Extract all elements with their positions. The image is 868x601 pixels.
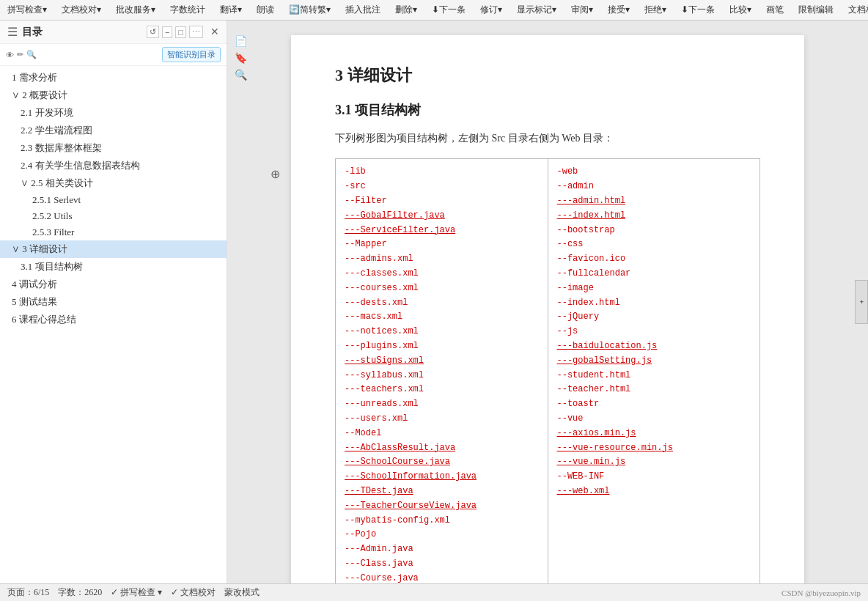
code-tree-left: -lib-src--Filter---GobalFilter.java---Se…: [336, 159, 548, 583]
code-right-line: ---gobalSetting.js: [557, 354, 751, 369]
statusbar-doc-check[interactable]: ✓ 文档校对: [171, 586, 216, 599]
code-right-line: -web: [557, 165, 751, 180]
code-left-line: --Model: [345, 427, 539, 441]
toolbar-show-mark[interactable]: 显示标记▾: [514, 2, 559, 18]
menu-icon: ☰: [7, 25, 18, 39]
toc-item-toc-1[interactable]: 1 需求分析: [0, 69, 227, 86]
toc-item-toc-2-4[interactable]: 2.4 有关学生信息数据表结构: [0, 157, 227, 174]
toc-item-toc-5[interactable]: 5 测试结果: [0, 293, 227, 311]
code-left-line: ---dests.xml: [345, 296, 539, 311]
toolbar-reject[interactable]: 拒绝▾: [641, 2, 669, 18]
ai-recognize-btn[interactable]: 智能识别目录: [162, 47, 221, 62]
toolbar-accept[interactable]: 接受▾: [605, 2, 633, 18]
sidebar-view-icon: 👁: [6, 51, 14, 59]
move-handle[interactable]: ⊕: [271, 167, 280, 181]
code-left-line: -lib: [345, 165, 539, 180]
toc-item-toc-3-1[interactable]: 3.1 项目结构树: [0, 258, 227, 276]
doc-intro: 下列树形图为项目结构树，左侧为 Src 目录右侧为 Web 目录：: [335, 130, 760, 147]
toc-item-toc-4[interactable]: 4 调试分析: [0, 276, 227, 293]
code-right-line: --admin: [557, 180, 751, 194]
code-left-line: ---Course.java: [345, 572, 539, 583]
toc-more-btn[interactable]: ⋯: [189, 26, 203, 38]
code-left-line: --Pojo: [345, 528, 539, 542]
code-right-line: ---baidulocation.js: [557, 339, 751, 354]
code-left-line: --mybatis-config.xml: [345, 514, 539, 528]
toolbar-revision[interactable]: 修订▾: [477, 2, 505, 18]
code-left-line: -src: [345, 180, 539, 194]
code-right-line: ---admin.html: [557, 194, 751, 209]
toolbar-doc-check[interactable]: 文档校对▾: [59, 2, 104, 18]
code-right-line: --jQuery: [557, 310, 751, 325]
toc-item-toc-3[interactable]: ∨ 3 详细设计: [0, 240, 227, 258]
document-area[interactable]: 📄 🔖 🔍 ⊕ 3 详细设计 3.1 项目结构树 下列树形图为项目结构树，左侧为…: [227, 21, 868, 583]
statusbar: 页面：6/15 字数：2620 ✓ 拼写检查 ▾ ✓ 文档校对 蒙改模式 CSD…: [0, 583, 868, 601]
toc-item-toc-2-5-3[interactable]: 2.5.3 Filter: [0, 224, 227, 240]
toolbar-read-aloud[interactable]: 朗读: [254, 2, 277, 18]
toolbar-word-count[interactable]: 字数统计: [167, 2, 208, 18]
side-scroll-buttons: +: [855, 280, 868, 324]
code-right-line: ---vue.min.js: [557, 455, 751, 470]
code-left-line: ---AbClassResult.java: [345, 441, 539, 456]
toc-item-toc-2-5-1[interactable]: 2.5.1 Serlevt: [0, 192, 227, 208]
toc-item-toc-2-1[interactable]: 2.1 开发环境: [0, 104, 227, 122]
sidebar-controls: ↺ − □ ⋯ ✕: [147, 26, 219, 38]
toc-item-toc-6[interactable]: 6 课程心得总结: [0, 311, 227, 328]
toolbar-doc-permission[interactable]: 文档权限: [845, 2, 868, 18]
code-right-line: ---web.xml: [557, 484, 751, 499]
document-page: ⊕ 3 详细设计 3.1 项目结构树 下列树形图为项目结构树，左侧为 Src 目…: [291, 35, 804, 583]
toc-item-toc-2-5-2[interactable]: 2.5.2 Utils: [0, 208, 227, 224]
toolbar-insert-comment[interactable]: 插入批注: [342, 2, 383, 18]
statusbar-copyright: CSDN @biyezuopin.vip: [781, 589, 861, 597]
code-tree-right: -web--admin---admin.html---index.html--b…: [548, 159, 760, 583]
code-left-line: ---courses.xml: [345, 281, 539, 296]
code-left-line: ---stuSigns.xml: [345, 354, 539, 369]
toc-item-toc-2[interactable]: ∨ 2 概要设计: [0, 86, 227, 104]
code-left-line: ---TDest.java: [345, 484, 539, 499]
toolbar-translate[interactable]: 翻译▾: [217, 2, 245, 18]
statusbar-page[interactable]: 页面：6/15: [7, 586, 49, 599]
toolbar-next2[interactable]: ⬇下一条: [678, 2, 718, 18]
code-right-line: --fullcalendar: [557, 267, 751, 281]
toolbar-restrict[interactable]: 限制编辑: [795, 2, 836, 18]
code-right-line: --js: [557, 325, 751, 339]
code-right-line: --WEB-INF: [557, 470, 751, 484]
toc-item-toc-2-5[interactable]: ∨ 2.5 相关类设计: [0, 174, 227, 192]
sidebar-header: ☰ 目录 ↺ − □ ⋯ ✕: [0, 21, 227, 44]
statusbar-spell[interactable]: ✓ 拼写检查 ▾: [111, 586, 162, 599]
statusbar-words[interactable]: 字数：2620: [58, 586, 102, 599]
main-toolbar: 拼写检查▾ 文档校对▾ 批改服务▾ 字数统计 翻译▾ 朗读 🔄简转繁▾ 插入批注…: [0, 0, 868, 21]
toolbar-review[interactable]: 审阅▾: [568, 2, 596, 18]
toc-refresh-btn[interactable]: ↺: [147, 26, 159, 38]
search-doc-icon: 🔍: [235, 69, 247, 81]
statusbar-mode[interactable]: 蒙改模式: [224, 586, 260, 599]
toolbar-spell-check[interactable]: 拼写检查▾: [4, 2, 50, 18]
sidebar-close-btn[interactable]: ✕: [210, 26, 219, 38]
code-left-line: ---GobalFilter.java: [345, 209, 539, 224]
doc-heading1: 3 详细设计: [335, 64, 760, 86]
code-left-line: ---ServiceFilter.java: [345, 224, 539, 238]
code-left-line: ---admins.xml: [345, 252, 539, 267]
code-right-line: ---index.html: [557, 209, 751, 224]
code-left-line: ---syllabus.xml: [345, 369, 539, 383]
code-left-line: ---Class.java: [345, 557, 539, 572]
toc-item-toc-2-2[interactable]: 2.2 学生端流程图: [0, 122, 227, 139]
toolbar-compare[interactable]: 比较▾: [727, 2, 754, 18]
toc-collapse-btn[interactable]: −: [162, 26, 172, 38]
code-left-line: ---classes.xml: [345, 267, 539, 281]
toolbar-delete[interactable]: 删除▾: [392, 2, 420, 18]
code-right-line: --student.html: [557, 369, 751, 383]
bookmark-icon: 🔖: [235, 52, 247, 64]
page-icon: 📄: [235, 35, 247, 48]
toolbar-brush[interactable]: 画笔: [763, 2, 787, 18]
toc-item-toc-2-3[interactable]: 2.3 数据库整体框架: [0, 139, 227, 157]
code-right-line: --toastr: [557, 397, 751, 412]
toolbar-next[interactable]: ⬇下一条: [429, 2, 468, 18]
sidebar-edit-icon: ✏: [17, 50, 23, 59]
toolbar-correct-service[interactable]: 批改服务▾: [113, 2, 158, 18]
code-left-line: --Filter: [345, 194, 539, 209]
toolbar-simp-trad[interactable]: 🔄简转繁▾: [286, 2, 334, 18]
right-panel-toggle[interactable]: +: [855, 280, 868, 324]
sidebar-search-icon: 🔍: [26, 50, 37, 59]
toc-expand-btn[interactable]: □: [175, 26, 186, 38]
code-left-line: ---SchoolInformation.java: [345, 470, 539, 484]
